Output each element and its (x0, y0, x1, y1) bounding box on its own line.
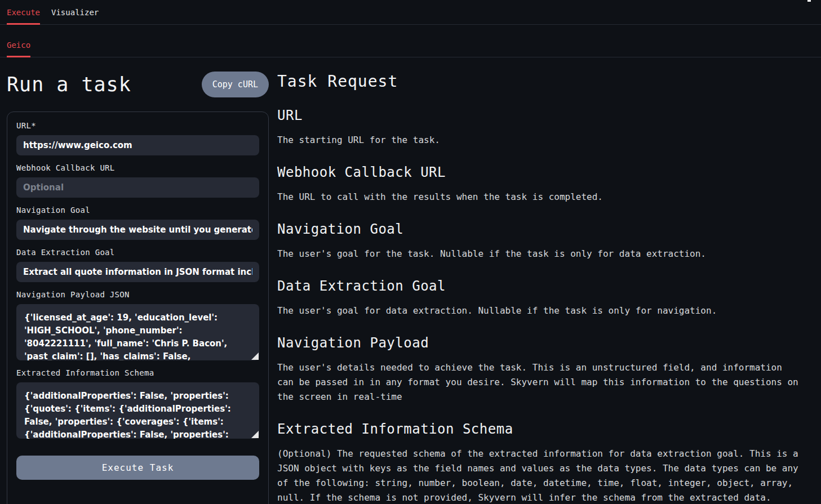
doc-heading-navigation-payload: Navigation Payload (277, 335, 801, 351)
url-input[interactable] (16, 135, 259, 155)
doc-body-url: The starting URL for the task. (277, 133, 801, 148)
webhook-field-group: Webhook Callback URL (16, 163, 259, 198)
doc-body-navigation-payload: The user's details needed to achieve the… (277, 360, 801, 404)
webhook-callback-url-label: Webhook Callback URL (16, 163, 259, 172)
doc-heading-webhook: Webhook Callback URL (277, 164, 801, 180)
doc-body-webhook: The URL to call with the results when th… (277, 190, 801, 204)
extracted-schema-field-group: Extracted Information Schema {'additiona… (16, 368, 259, 439)
execute-task-button[interactable]: Execute Task (16, 456, 259, 480)
data-extraction-goal-label: Data Extraction Goal (16, 248, 259, 257)
task-request-docs: Task Request URL The starting URL for th… (277, 68, 813, 504)
navigation-payload-field-group: Navigation Payload JSON {'licensed_at_ag… (16, 290, 259, 360)
main-content: Run a task Copy cURL URL* Webhook Callba… (0, 57, 821, 504)
doc-section-data-extraction-goal: Data Extraction Goal The user's goal for… (277, 278, 801, 318)
scrollbar-thumb[interactable] (807, 0, 811, 2)
navigation-goal-input[interactable] (16, 220, 259, 240)
copy-curl-button[interactable]: Copy cURL (202, 72, 269, 97)
app-root: Execute Visualizer Geico Run a task Copy… (0, 0, 821, 504)
doc-heading-navigation-goal: Navigation Goal (277, 221, 801, 237)
tab-execute[interactable]: Execute (7, 8, 40, 24)
task-form-card: URL* Webhook Callback URL Navigation Goa… (7, 111, 269, 504)
run-task-header: Run a task Copy cURL (7, 69, 269, 100)
doc-body-navigation-goal: The user's goal for the task. Nullable i… (277, 247, 801, 261)
task-tabbar: Geico (0, 25, 821, 57)
doc-body-data-extraction-goal: The user's goal for data extraction. Nul… (277, 304, 801, 318)
doc-section-extracted-schema: Extracted Information Schema (Optional) … (277, 421, 801, 504)
doc-section-navigation-goal: Navigation Goal The user's goal for the … (277, 221, 801, 261)
top-tabbar: Execute Visualizer (0, 0, 821, 25)
doc-section-webhook: Webhook Callback URL The URL to call wit… (277, 164, 801, 204)
doc-section-navigation-payload: Navigation Payload The user's details ne… (277, 335, 801, 404)
doc-section-url: URL The starting URL for the task. (277, 108, 801, 148)
extracted-schema-textarea[interactable]: {'additionalProperties': False, 'propert… (16, 382, 259, 439)
data-extraction-goal-input[interactable] (16, 262, 259, 282)
page-title: Run a task (7, 73, 131, 96)
tab-geico[interactable]: Geico (7, 41, 30, 57)
webhook-callback-url-input[interactable] (16, 177, 259, 198)
doc-heading-data-extraction-goal: Data Extraction Goal (277, 278, 801, 294)
navigation-payload-label: Navigation Payload JSON (16, 290, 259, 299)
data-extraction-goal-field-group: Data Extraction Goal (16, 248, 259, 282)
extracted-schema-label: Extracted Information Schema (16, 368, 259, 377)
resize-handle-icon[interactable] (251, 431, 259, 438)
url-field-group: URL* (16, 121, 259, 155)
doc-body-extracted-schema: (Optional) The requested schema of the e… (277, 447, 801, 504)
doc-heading-extracted-schema: Extracted Information Schema (277, 421, 801, 437)
extracted-schema-wrap: {'additionalProperties': False, 'propert… (16, 382, 259, 439)
tab-visualizer[interactable]: Visualizer (51, 8, 99, 24)
navigation-payload-textarea[interactable]: {'licensed_at_age': 19, 'education_level… (16, 304, 259, 360)
run-task-panel: Run a task Copy cURL URL* Webhook Callba… (7, 68, 269, 504)
url-label: URL* (16, 121, 259, 130)
navigation-goal-label: Navigation Goal (16, 206, 259, 215)
doc-heading-url: URL (277, 108, 801, 123)
navigation-goal-field-group: Navigation Goal (16, 206, 259, 240)
navigation-payload-wrap: {'licensed_at_age': 19, 'education_level… (16, 304, 259, 360)
docs-title: Task Request (277, 72, 801, 91)
resize-handle-icon[interactable] (251, 353, 259, 360)
